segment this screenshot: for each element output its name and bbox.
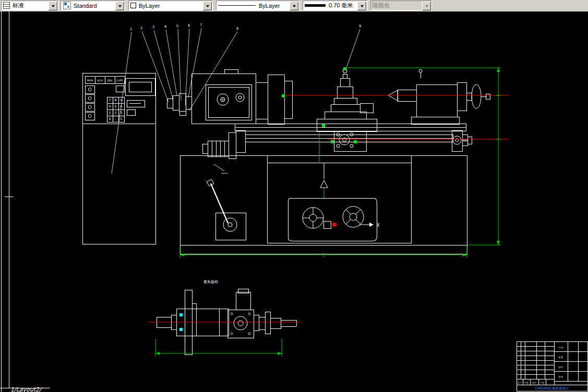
lineweight-dropdown-arrow[interactable] xyxy=(357,2,366,10)
tool-post[interactable] xyxy=(337,87,353,98)
centerlines[interactable] xyxy=(282,95,509,139)
grinder-side-view-circles[interactable] xyxy=(149,313,301,357)
titleblock-field: 处数 xyxy=(524,381,530,384)
linetype-value: ByLayer xyxy=(259,3,280,9)
grip-point[interactable] xyxy=(354,140,357,143)
keypad-key: 0 xyxy=(109,117,111,120)
titleblock-field: 标记 xyxy=(517,381,523,385)
chevron-down-icon xyxy=(206,5,209,7)
dim-style-value: 标准 xyxy=(13,2,24,9)
panel-display xyxy=(125,78,155,95)
lathe-front-view[interactable] xyxy=(167,69,490,254)
dim-style-icon xyxy=(3,2,10,9)
color-value: ByLayer xyxy=(139,3,160,9)
keypad-key: 8 xyxy=(115,98,117,102)
titleblock-field: 日期 xyxy=(540,382,545,384)
keypad-key: 7 xyxy=(109,98,111,102)
grip-point[interactable] xyxy=(343,67,346,70)
chevron-down-icon xyxy=(293,5,296,7)
grip-point[interactable] xyxy=(331,140,334,143)
callout-number: 3 xyxy=(152,25,154,29)
titleblock-field: 数量 xyxy=(559,356,564,359)
headstock[interactable] xyxy=(191,74,256,124)
small-view-label[interactable]: 磨头旋转 xyxy=(203,280,218,284)
model-space-canvas[interactable]: 1/Layout2/ MON SCH DEL COPY 7 8 9 4 5 6 … xyxy=(0,11,588,392)
section-label[interactable]: X xyxy=(377,223,380,228)
text-style-dropdown-arrow[interactable] xyxy=(115,2,124,10)
callout-leaders[interactable]: 1 2 3 4 5 6 7 8 9 xyxy=(112,23,361,174)
titleblock-field: 比例 xyxy=(559,346,564,349)
dim-style-dropdown-arrow[interactable] xyxy=(49,2,57,10)
plot-style-value: 随颜色 xyxy=(373,2,390,9)
text-style-icon xyxy=(63,2,71,9)
tailstock-handwheel[interactable] xyxy=(472,84,481,108)
drawing-title: CA6140车床改装设计 xyxy=(535,386,569,390)
carriage[interactable] xyxy=(317,119,377,131)
keypad-key: 4 xyxy=(109,104,111,108)
red-knob[interactable] xyxy=(332,223,337,227)
title-block[interactable]: 标记 处数 签名 日期 比例 数量 材料 图号 CA6140车床改装设计 xyxy=(517,341,587,391)
highlight-point[interactable] xyxy=(179,328,183,331)
text-style-value: Standard xyxy=(74,3,97,9)
panel-key-label: SCH xyxy=(97,79,102,82)
callout-number: 5 xyxy=(176,24,178,28)
dim-style-combo[interactable]: 标准 xyxy=(1,1,58,10)
plot-style-dropdown-arrow xyxy=(422,2,431,10)
keypad-key: 5 xyxy=(115,104,117,108)
chevron-down-icon xyxy=(361,5,364,7)
linetype-combo[interactable]: ByLayer xyxy=(216,1,299,10)
keypad-key: C xyxy=(120,117,122,120)
callout-number: 9 xyxy=(359,24,361,28)
chevron-down-icon xyxy=(52,5,55,7)
keypad-key: . xyxy=(115,117,116,120)
control-lever[interactable] xyxy=(211,183,228,223)
grip-point[interactable] xyxy=(282,94,285,97)
color-dropdown-arrow[interactable] xyxy=(203,2,212,10)
text-style-combo[interactable]: Standard xyxy=(61,1,125,10)
titleblock-field: 图号 xyxy=(559,376,564,378)
grinder-side-view[interactable] xyxy=(157,289,296,354)
lineweight-value: 0.70 毫米 xyxy=(329,2,353,9)
grip-point[interactable] xyxy=(322,124,325,127)
callout-number: 7 xyxy=(200,23,202,27)
panel-key-label: DEL xyxy=(107,79,113,82)
color-combo[interactable]: ByLayer xyxy=(128,1,213,10)
callout-number: 6 xyxy=(188,23,190,28)
highlight-point[interactable] xyxy=(179,313,183,316)
titleblock-field: 签名 xyxy=(532,382,537,384)
panel-key-label: MON xyxy=(87,79,93,82)
layout-tabs[interactable]: 1/Layout2/ xyxy=(10,386,42,392)
callout-number: 4 xyxy=(164,24,166,29)
color-swatch-icon xyxy=(130,3,136,8)
paper-edge xyxy=(0,11,50,392)
panel-key-label: COPY xyxy=(116,79,123,82)
callout-number: 1 xyxy=(130,27,132,31)
control-panel-view[interactable] xyxy=(82,73,155,244)
properties-toolbar: 标准 Standard ByLayer ByLayer 0.70 毫米 随颜色 xyxy=(0,0,588,12)
lineweight-sample-icon xyxy=(305,4,326,7)
lineweight-combo[interactable]: 0.70 毫米 xyxy=(303,1,367,10)
linetype-dropdown-arrow[interactable] xyxy=(290,2,298,10)
lathe-front-view-circles[interactable]: X xyxy=(207,69,481,231)
plot-style-combo: 随颜色 xyxy=(370,1,432,10)
tailstock[interactable] xyxy=(416,84,457,117)
callout-number: 8 xyxy=(236,27,238,31)
titleblock-field: 材料 xyxy=(558,366,564,369)
chuck[interactable] xyxy=(268,75,284,124)
chevron-down-icon xyxy=(425,5,428,7)
linetype-sample-icon xyxy=(218,5,256,6)
callout-number: 2 xyxy=(140,26,142,30)
keypad-key: 2 xyxy=(115,111,117,114)
chevron-down-icon xyxy=(118,5,122,7)
keypad-key: 1 xyxy=(109,111,111,114)
cad-drawing[interactable]: 1/Layout2/ MON SCH DEL COPY 7 8 9 4 5 6 … xyxy=(0,11,588,392)
